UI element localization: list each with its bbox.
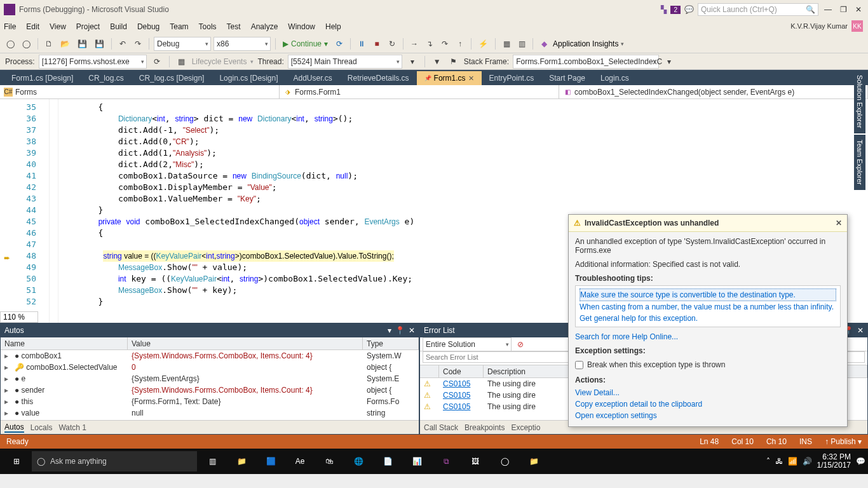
autos-row[interactable]: ▸● valuenullstring (1, 407, 419, 419)
exception-close-button[interactable]: ✕ (836, 219, 842, 227)
task-view-button[interactable]: ▥ (198, 451, 226, 471)
continue-button[interactable]: ▶ Continue ▾ (280, 37, 330, 51)
tray-network-icon[interactable]: 🖧 (775, 457, 783, 466)
feedback-icon[interactable]: 💬 (684, 5, 694, 14)
doc-tab[interactable]: CR_log.cs (81, 71, 131, 85)
nav-fwd-button[interactable]: ◯ (20, 37, 33, 51)
menu-test[interactable]: Test (227, 22, 241, 31)
open-file-button[interactable]: 📂 (58, 37, 72, 51)
taskbar-app[interactable]: 🟦 (257, 451, 285, 471)
start-button[interactable]: ⊞ (3, 451, 31, 471)
filter-icon[interactable]: ▼ (431, 55, 444, 69)
save-all-button[interactable]: 💾 (92, 37, 107, 51)
stackframe-btn[interactable]: ▾ (663, 55, 675, 69)
taskbar-app[interactable]: 🖼 (461, 451, 489, 471)
tray-icon[interactable]: ˄ (766, 457, 770, 466)
taskbar-app[interactable]: ⧉ (432, 451, 460, 471)
platform-dropdown[interactable]: x86 (214, 37, 271, 51)
thread-btn-1[interactable]: ▾ (406, 55, 419, 69)
minimize-button[interactable]: — (822, 4, 834, 15)
taskbar-app[interactable]: Ae (286, 451, 314, 471)
breakpoints-tab[interactable]: Breakpoints (465, 423, 505, 432)
step-out-button[interactable]: ↑ (454, 37, 466, 51)
errors-filter-button[interactable]: ⊘ (514, 337, 527, 351)
flag-threads-icon[interactable]: ⚑ (447, 55, 460, 69)
taskbar-clock[interactable]: 6:32 PM1/15/2017 (817, 453, 851, 470)
taskbar-app[interactable]: 📁 (227, 451, 255, 471)
autos-row[interactable]: ▸● this{Forms.Form1, Text: Date}Forms.Fo (1, 396, 419, 407)
step-over-button[interactable]: ↷ (438, 37, 451, 51)
new-project-button[interactable]: 🗋 (43, 37, 55, 51)
taskbar-app[interactable]: 🛍 (315, 451, 343, 471)
nav-member-dropdown[interactable]: ◧comboBox1_SelectedIndexChanged(object s… (559, 85, 868, 98)
locals-tab[interactable]: Locals (31, 423, 53, 432)
taskbar-app[interactable]: ◯ (491, 451, 519, 471)
errorlist-scope-dropdown[interactable]: Entire Solution (423, 337, 512, 351)
outline-margin[interactable] (50, 99, 58, 323)
menu-build[interactable]: Build (110, 22, 127, 31)
menu-team[interactable]: Team (170, 22, 188, 31)
watch1-tab[interactable]: Watch 1 (58, 423, 86, 432)
doc-tab[interactable]: EntryPoint.cs (482, 71, 542, 85)
insights-icon[interactable]: ◆ (538, 37, 550, 51)
pin-icon[interactable]: 📌 (424, 75, 431, 81)
stop-button[interactable]: ■ (370, 37, 383, 51)
taskbar-app[interactable]: 🌐 (344, 451, 372, 471)
zoom-dropdown[interactable]: 110 % (0, 311, 38, 323)
flag-icon[interactable]: ▚ (661, 5, 667, 14)
undo-button[interactable]: ↶ (116, 37, 129, 51)
taskbar-app[interactable]: 📊 (403, 451, 431, 471)
thread-dropdown[interactable]: [5524] Main Thread (288, 55, 402, 69)
doc-tab[interactable]: AddUser.cs (286, 71, 340, 85)
lifecycle-label[interactable]: Lifecycle Events (192, 57, 247, 66)
autos-row[interactable]: ▸● sender{System.Windows.Forms.ComboBox,… (1, 384, 419, 396)
autos-row[interactable]: ▸● e{System.EventArgs}System.E (1, 373, 419, 384)
menu-tools[interactable]: Tools (199, 22, 217, 31)
tray-wifi-icon[interactable]: 📶 (788, 457, 797, 466)
quick-launch-input[interactable]: Quick Launch (Ctrl+Q) 🔍 (698, 3, 818, 16)
solution-explorer-tab[interactable]: Solution Explorer (854, 70, 865, 133)
team-explorer-tab[interactable]: Team Explorer (854, 135, 865, 190)
tip-link[interactable]: Get general help for this exception. (580, 313, 836, 324)
close-button[interactable]: ✕ (853, 4, 864, 15)
publish-button[interactable]: ↑ Publish ▾ (825, 437, 862, 446)
lifecycle-icon[interactable]: ▦ (175, 55, 188, 69)
tray-volume-icon[interactable]: 🔊 (803, 457, 812, 466)
tip-link[interactable]: When casting from a number, the value mu… (580, 301, 836, 313)
process-dropdown[interactable]: [11276] Forms.vshost.exe (39, 55, 147, 69)
refresh-button[interactable]: ⟳ (333, 37, 346, 51)
menu-view[interactable]: View (50, 22, 66, 31)
doc-tab[interactable]: Form1.cs [Design] (4, 71, 81, 85)
tip-link[interactable]: Make sure the source type is convertible… (580, 288, 836, 301)
autos-row[interactable]: ▸● comboBox1{System.Windows.Forms.ComboB… (1, 350, 419, 362)
close-tab-icon[interactable]: ✕ (468, 74, 474, 83)
callstack-tab[interactable]: Call Stack (424, 423, 458, 432)
doc-tab[interactable]: CR_log.cs [Design] (132, 71, 212, 85)
panel-close-icon[interactable]: ✕ (857, 326, 864, 335)
autos-tab[interactable]: Autos (4, 423, 24, 433)
show-next-statement-button[interactable]: → (408, 37, 421, 51)
doc-tab-active[interactable]: 📌Form1.cs✕ (417, 71, 482, 85)
menu-project[interactable]: Project (76, 22, 100, 31)
config-dropdown[interactable]: Debug (154, 37, 211, 51)
insights-label[interactable]: Application Insights (553, 39, 618, 48)
open-settings-link[interactable]: Open exception settings (575, 410, 841, 421)
nav-project-dropdown[interactable]: C#Forms (0, 85, 280, 98)
layout-button-2[interactable]: ▥ (515, 37, 528, 51)
cycle-process-icon[interactable]: ⟳ (151, 55, 163, 69)
stackframe-dropdown[interactable]: Forms.Form1.comboBox1_SelectedIndexC (513, 55, 659, 69)
layout-button[interactable]: ▦ (500, 37, 513, 51)
break-on-exception-checkbox[interactable] (575, 361, 583, 369)
doc-tab[interactable]: RetrieveDetails.cs (340, 71, 417, 85)
menu-window[interactable]: Window (288, 22, 315, 31)
panel-close-icon[interactable]: ✕ (409, 326, 415, 335)
restore-button[interactable]: ❐ (837, 4, 849, 15)
save-button[interactable]: 💾 (75, 37, 90, 51)
user-avatar[interactable]: KK (851, 20, 863, 32)
exception-tab[interactable]: Exceptio (511, 423, 540, 432)
action-center-icon[interactable]: 💬 (856, 457, 865, 466)
redo-button[interactable]: ↷ (132, 37, 144, 51)
menu-help[interactable]: Help (325, 22, 341, 31)
restart-button[interactable]: ↻ (386, 37, 398, 51)
doc-tab[interactable]: Login.cs (593, 71, 637, 85)
